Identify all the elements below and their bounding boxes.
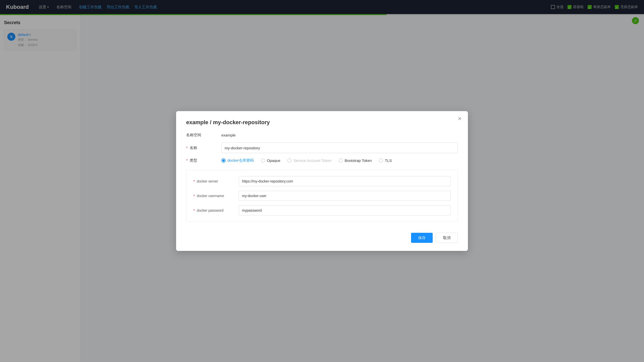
radio-bootstrap-token[interactable]: Bootstrap Token: [339, 158, 372, 163]
radio-docker-label: docker仓库密码: [227, 158, 254, 163]
radio-bt-circle: [339, 158, 343, 163]
namespace-value: example: [221, 133, 236, 137]
type-required-star: *: [186, 158, 188, 162]
form-type-row: * 类型 docker仓库密码 Opaque Service A: [186, 158, 458, 163]
radio-docker-circle: [221, 158, 226, 163]
modal-overlay: example / my-docker-repository ✕ 名称空间 ex…: [0, 0, 644, 362]
docker-server-star: *: [193, 179, 195, 183]
radio-opaque-label: Opaque: [267, 158, 280, 163]
docker-password-row: * docker password: [193, 205, 451, 215]
radio-tls-circle: [379, 158, 383, 163]
type-radio-group: docker仓库密码 Opaque Service Account Token …: [221, 158, 458, 163]
radio-sat-label: Service Account Token: [293, 158, 331, 163]
modal-close-button[interactable]: ✕: [458, 116, 462, 121]
save-button[interactable]: 保存: [411, 233, 433, 243]
docker-username-label: * docker username: [193, 194, 239, 198]
docker-server-label: * docker server: [193, 179, 239, 183]
docker-server-input[interactable]: [239, 176, 451, 186]
name-label: * 名称: [186, 146, 221, 150]
docker-password-star: *: [193, 208, 195, 212]
form-namespace-row: 名称空间 example: [186, 133, 458, 138]
modal-title: example / my-docker-repository: [186, 119, 458, 126]
radio-sat-circle: [287, 158, 292, 163]
docker-username-row: * docker username: [193, 191, 451, 201]
type-label: * 类型: [186, 158, 221, 163]
modal-footer: 保存 取消: [186, 233, 458, 243]
docker-password-input[interactable]: [239, 205, 451, 215]
cancel-button[interactable]: 取消: [436, 233, 458, 243]
namespace-label: 名称空间: [186, 133, 221, 138]
docker-password-label: * docker password: [193, 208, 239, 212]
radio-docker[interactable]: docker仓库密码: [221, 158, 254, 163]
docker-form-box: * docker server * docker username * dock…: [186, 170, 458, 222]
radio-tls[interactable]: TLS: [379, 158, 392, 163]
modal-dialog: example / my-docker-repository ✕ 名称空间 ex…: [176, 111, 468, 251]
form-name-row: * 名称: [186, 143, 458, 153]
name-required-star: *: [186, 146, 188, 150]
radio-tls-label: TLS: [385, 158, 392, 163]
name-input[interactable]: [221, 143, 458, 153]
docker-username-star: *: [193, 194, 195, 198]
radio-opaque-circle: [261, 158, 265, 163]
docker-username-input[interactable]: [239, 191, 451, 201]
docker-server-row: * docker server: [193, 176, 451, 186]
radio-opaque[interactable]: Opaque: [261, 158, 280, 163]
radio-service-account-token[interactable]: Service Account Token: [287, 158, 331, 163]
radio-bt-label: Bootstrap Token: [345, 158, 372, 163]
